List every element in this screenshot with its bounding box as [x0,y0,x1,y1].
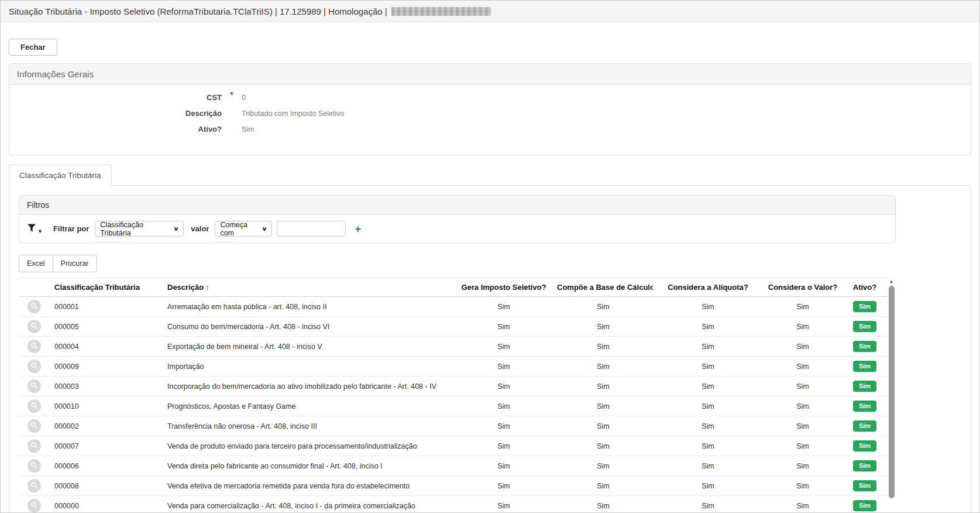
cst-row: CST * 0 [9,93,971,109]
active-status-badge: Sim [853,420,876,432]
description-value: Tributado com Imposto Seletivo [242,110,344,118]
row-details-magnifier-button[interactable] [27,419,41,433]
grid-header-row: Classificação Tributária Descrição↑ Gera… [19,278,887,297]
table-row: 000000Venda para comercialização - Art. … [19,496,887,513]
column-header-considera-aliquota[interactable]: Considera a Alíquota? [653,278,763,297]
column-header-considera-valor[interactable]: Considera o Valor? [763,278,843,297]
active-status-badge: Sim [853,500,876,511]
tab-classificacao-tributaria[interactable]: Classificação Tributária [9,165,112,186]
grid-actions: Excel Procurar [19,255,97,272]
row-compoe-base: Sim [553,377,653,396]
row-gera-imposto: Sim [454,416,553,436]
filter-operator-value: Começa com [220,221,257,237]
table-row: 000005Consumo do bem/mercadoria - Art. 4… [19,317,887,337]
row-gera-imposto: Sim [454,496,553,513]
row-compoe-base: Sim [553,337,653,357]
row-considera-valor: Sim [763,357,843,377]
app-window: Situação Tributária - Imposto Seletivo (… [0,0,980,513]
row-gera-imposto: Sim [454,396,553,416]
active-status-badge: Sim [853,440,876,452]
row-code: 000006 [51,456,164,476]
row-considera-valor: Sim [763,396,843,416]
row-description: Venda direta pelo fabricante ao consumid… [164,456,454,476]
row-details-magnifier-button[interactable] [27,379,41,393]
value-label: valor [191,224,209,233]
filter-field-value: Classificação Tributária [100,221,169,237]
funnel-caret-icon: ▼ [37,229,43,234]
row-gera-imposto: Sim [454,357,553,377]
column-header-ativo[interactable]: Ativo? [843,278,887,297]
excel-button[interactable]: Excel [19,255,53,272]
row-considera-aliquota: Sim [653,297,763,317]
row-code: 000000 [51,496,164,513]
filter-field-select[interactable]: Classificação Tributária ∨ [95,221,184,237]
add-filter-button[interactable]: + [351,223,365,235]
row-considera-valor: Sim [763,436,843,456]
row-considera-valor: Sim [763,456,843,476]
magnifier-icon [30,422,38,431]
row-compoe-base: Sim [553,436,653,456]
row-considera-valor: Sim [763,496,843,513]
table-row: 000006Venda direta pelo fabricante ao co… [19,456,887,476]
column-header-compoe-base[interactable]: Compõe a Base de Cálculo [553,278,653,297]
filter-funnel-button[interactable]: ▼ [27,223,43,234]
filters-header: Filtros [19,196,895,215]
row-description: Venda efetiva de mercadoria remetida par… [164,476,454,496]
magnifier-icon [30,382,38,391]
row-compoe-base: Sim [553,456,653,476]
search-button[interactable]: Procurar [53,255,97,272]
row-considera-aliquota: Sim [653,377,763,396]
row-gera-imposto: Sim [454,337,553,357]
row-considera-valor: Sim [763,476,843,496]
row-code: 000009 [51,357,164,377]
chevron-down-icon: ∨ [262,225,268,232]
row-description: Incorporação do bem/mercadoria ao ativo … [164,377,454,396]
row-details-magnifier-button[interactable] [27,459,41,473]
row-gera-imposto: Sim [454,476,553,496]
active-status-badge: Sim [853,301,876,312]
row-gera-imposto: Sim [454,377,553,396]
general-info-panel: Informações Gerais CST * 0 Descrição Tri… [9,63,971,155]
row-details-magnifier-button[interactable] [27,499,41,512]
required-asterisk: * [222,91,242,99]
row-details-magnifier-button[interactable] [27,360,41,373]
vertical-scrollbar-thumb[interactable] [889,286,895,498]
magnifier-icon [30,481,38,491]
scroll-up-icon[interactable]: ▲ [889,279,894,285]
cst-value: 0 [242,94,246,102]
row-code: 000001 [51,297,164,317]
row-details-magnifier-button[interactable] [27,399,41,413]
row-description: Arrematação em hasta pública - art. 408,… [164,297,454,317]
row-description: Importação [164,357,454,377]
row-code: 000002 [51,416,164,436]
close-button[interactable]: Fechar [9,39,57,56]
funnel-icon [27,223,36,234]
column-header-classificacao[interactable]: Classificação Tributária [51,278,164,297]
active-status-badge: Sim [853,341,876,352]
row-details-magnifier-button[interactable] [27,300,41,313]
table-row: 000003Incorporação do bem/mercadoria ao … [19,377,887,396]
magnifier-icon [30,501,38,511]
row-considera-aliquota: Sim [653,496,763,513]
filter-value-input[interactable] [277,221,346,237]
row-compoe-base: Sim [553,396,653,416]
row-gera-imposto: Sim [454,297,553,317]
table-row: 000002Transferência não onerosa - Art. 4… [19,416,887,436]
row-details-magnifier-button[interactable] [27,439,41,453]
row-details-magnifier-button[interactable] [27,340,41,353]
row-details-magnifier-button[interactable] [27,479,41,493]
vertical-scrollbar[interactable]: ▲ ▼ [887,279,896,513]
row-details-magnifier-button[interactable] [27,320,41,333]
row-code: 000003 [51,377,164,396]
magnifier-icon [30,322,38,331]
grid-body: 000001Arrematação em hasta pública - art… [19,297,887,513]
filter-operator-select[interactable]: Começa com ∨ [215,221,272,237]
table-row: 000009ImportaçãoSimSimSimSimSim [19,357,887,377]
column-header-gera-imposto[interactable]: Gera Imposto Seletivo? [454,278,553,297]
row-considera-valor: Sim [763,297,843,317]
row-considera-aliquota: Sim [653,337,763,357]
row-considera-valor: Sim [763,337,843,357]
row-description: Transferência não onerosa - Art. 408, in… [164,416,454,436]
column-header-descricao[interactable]: Descrição↑ [164,278,454,297]
active-status-badge: Sim [853,321,876,332]
